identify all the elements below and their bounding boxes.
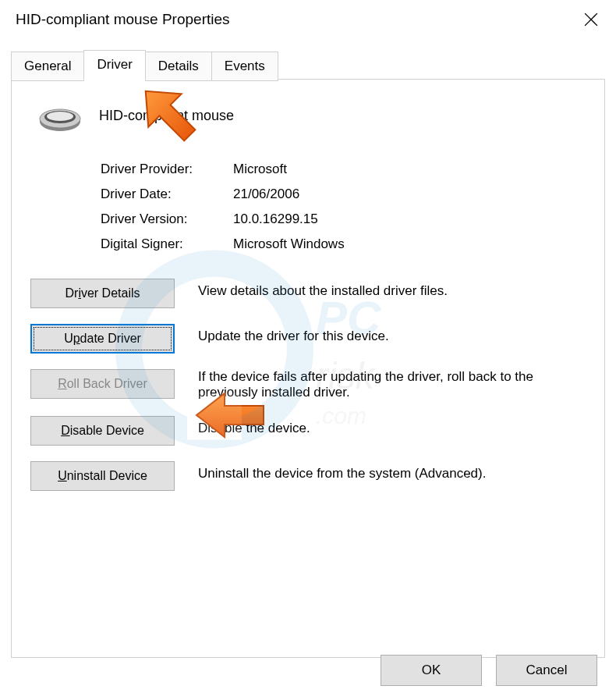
tab-details[interactable]: Details	[145, 52, 212, 81]
driver-details-button[interactable]: Driver Details	[30, 279, 175, 308]
properties-window: HID-compliant mouse Properties General D…	[0, 0, 616, 700]
close-icon[interactable]	[579, 7, 604, 32]
tab-driver[interactable]: Driver	[83, 50, 145, 80]
signer-value: Microsoft Windows	[233, 236, 345, 252]
disable-device-button[interactable]: Disable Device	[30, 416, 175, 446]
uninstall-device-button[interactable]: Uninstall Device	[30, 461, 175, 491]
ok-button[interactable]: OK	[381, 655, 482, 686]
cancel-button[interactable]: Cancel	[496, 655, 597, 686]
annotation-arrow-icon	[133, 78, 203, 151]
driver-info: Driver Provider: Microsoft Driver Date: …	[101, 157, 586, 257]
update-driver-desc: Update the driver for this device.	[198, 324, 586, 344]
signer-label: Digital Signer:	[101, 236, 233, 252]
tab-strip: General Driver Details Events	[11, 50, 605, 80]
uninstall-desc: Uninstall the device from the system (Ad…	[198, 461, 586, 481]
date-label: Driver Date:	[101, 187, 233, 202]
update-driver-button[interactable]: Update Driver	[30, 324, 175, 354]
version-label: Driver Version:	[101, 211, 233, 227]
svg-point-5	[47, 112, 73, 121]
mouse-icon	[37, 98, 83, 133]
date-value: 21/06/2006	[233, 187, 299, 202]
roll-back-driver-button: Roll Back Driver	[30, 369, 175, 399]
provider-label: Driver Provider:	[101, 162, 233, 177]
version-value: 10.0.16299.15	[233, 211, 318, 227]
window-title: HID-compliant mouse Properties	[16, 11, 230, 28]
tab-general[interactable]: General	[11, 52, 84, 81]
driver-details-desc: View details about the installed driver …	[198, 279, 586, 299]
provider-value: Microsoft	[233, 162, 287, 177]
annotation-arrow-icon	[193, 392, 267, 441]
tab-events[interactable]: Events	[211, 52, 278, 81]
titlebar: HID-compliant mouse Properties	[0, 0, 616, 39]
tab-panel-driver: HID-compliant mouse Driver Provider: Mic…	[11, 79, 605, 658]
